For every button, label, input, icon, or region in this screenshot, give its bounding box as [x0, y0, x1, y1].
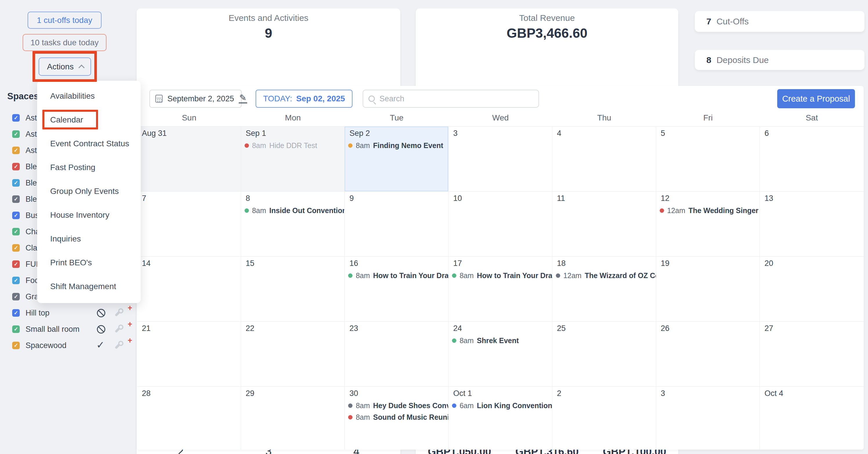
calendar-day-cell[interactable]: 1812amThe Wizzard of OZ Conv: [552, 256, 656, 322]
calendar-day-cell[interactable]: 7: [137, 191, 241, 256]
date-label: 19: [656, 259, 760, 270]
calendar-day-cell[interactable]: 27: [760, 322, 864, 387]
wrench-icon[interactable]: [115, 309, 122, 316]
event-time: 8am: [460, 271, 474, 280]
add-icon[interactable]: +: [128, 320, 132, 329]
calendar-day-cell[interactable]: 4: [552, 127, 656, 191]
menu-item-group-only-events[interactable]: Group Only Events: [37, 179, 141, 203]
date-label: 24: [448, 323, 552, 335]
menu-item-house-inventory[interactable]: House Inventory: [37, 203, 141, 227]
calendar-day-cell[interactable]: 5: [656, 127, 760, 191]
calendar-event[interactable]: 8amHide DDR Test: [241, 140, 345, 151]
calendar-event[interactable]: 8amHey Dude Shoes Convent: [345, 400, 448, 411]
calendar-day-cell[interactable]: 88amInside Out Convention: [241, 191, 345, 256]
date-label: 14: [137, 259, 241, 270]
calendar-day-cell[interactable]: Aug 31: [137, 127, 241, 191]
calendar-day-cell[interactable]: 168amHow to Train Your Drago: [345, 256, 448, 322]
create-proposal-button[interactable]: Create a Proposal: [777, 89, 855, 108]
search-input[interactable]: [379, 94, 533, 103]
space-checkbox[interactable]: ✓: [12, 130, 20, 138]
calendar-event[interactable]: 8amShrek Event: [448, 335, 552, 346]
event-title: Hey Dude Shoes Convent: [373, 401, 448, 410]
event-time: 8am: [252, 141, 266, 150]
space-checkbox[interactable]: ✓: [12, 293, 20, 300]
space-checkbox[interactable]: ✓: [12, 179, 20, 187]
date-label: Aug 31: [137, 128, 241, 140]
calendar-day-cell[interactable]: 3: [448, 127, 552, 191]
calendar-day-cell[interactable]: 28: [137, 387, 241, 450]
calendar-day-cell[interactable]: 2: [552, 387, 656, 450]
calendar-event[interactable]: 6amLion King Convention: [448, 400, 552, 411]
space-checkbox[interactable]: ✓: [12, 212, 20, 219]
menu-item-event-contract-status[interactable]: Event Contract Status: [37, 132, 141, 156]
calendar-day-cell[interactable]: Sep 18amHide DDR Test: [241, 127, 345, 191]
deposits-due-summary-card[interactable]: 8 Deposits Due: [695, 50, 865, 70]
calendar-event[interactable]: 8amFinding Nemo Event: [345, 140, 448, 151]
calendar-day-cell[interactable]: 308amHey Dude Shoes Convent8amSound of M…: [345, 387, 448, 450]
space-checkbox[interactable]: ✓: [12, 147, 20, 154]
calendar-day-cell[interactable]: 9: [345, 191, 448, 256]
calendar-event[interactable]: 8amInside Out Convention: [241, 205, 345, 216]
cutoffs-summary-card[interactable]: 7 Cut-Offs: [695, 11, 865, 32]
calendar-event[interactable]: 8amHow to Train Your Drago: [345, 270, 448, 281]
add-icon[interactable]: +: [128, 336, 132, 345]
calendar-day-cell[interactable]: 6: [760, 127, 864, 191]
calendar-event[interactable]: 8amHow to Train Your Drago: [448, 270, 552, 281]
space-checkbox[interactable]: ✓: [12, 277, 20, 284]
menu-item-fast-posting[interactable]: Fast Posting: [37, 156, 141, 179]
calendar-day-cell[interactable]: 19: [656, 256, 760, 322]
calendar-day-cell[interactable]: 248amShrek Event: [448, 322, 552, 387]
calendar-day-cell[interactable]: 25: [552, 322, 656, 387]
space-checkbox[interactable]: ✓: [12, 325, 20, 333]
calendar-day-cell[interactable]: 21: [137, 322, 241, 387]
calendar-day-cell[interactable]: Sep 28amFinding Nemo Event: [345, 127, 448, 191]
cutoffs-today-button[interactable]: 1 cut-offs today: [28, 11, 101, 29]
calendar-day-cell[interactable]: 1212amThe Wedding Singer: [656, 191, 760, 256]
menu-item-calendar[interactable]: Calendar: [37, 108, 141, 132]
space-checkbox[interactable]: ✓: [12, 195, 20, 203]
tasks-due-today-button[interactable]: 10 tasks due today: [23, 34, 106, 51]
calendar-day-cell[interactable]: 15: [241, 256, 345, 322]
space-checkbox[interactable]: ✓: [12, 261, 20, 268]
menu-item-shift-management[interactable]: Shift Management: [37, 275, 141, 298]
wrench-icon[interactable]: [115, 325, 122, 333]
space-checkbox[interactable]: ✓: [12, 114, 20, 122]
calendar-day-cell[interactable]: 11: [552, 191, 656, 256]
calendar-day-cell[interactable]: 178amHow to Train Your Drago: [448, 256, 552, 322]
calendar-day-cell[interactable]: 20: [760, 256, 864, 322]
menu-item-inquiries[interactable]: Inquiries: [37, 227, 141, 251]
add-icon[interactable]: +: [128, 304, 132, 313]
event-status-dot: [348, 273, 352, 278]
calendar-day-cell[interactable]: 10: [448, 191, 552, 256]
calendar-event[interactable]: 12amThe Wedding Singer: [656, 205, 760, 216]
revenue-card-total: GBP3,466.60: [506, 25, 587, 41]
calendar-day-cell[interactable]: 14: [137, 256, 241, 322]
space-checkbox[interactable]: ✓: [12, 163, 20, 171]
calendar-event[interactable]: 12amThe Wizzard of OZ Conv: [552, 270, 656, 281]
calendar-day-cell[interactable]: 29: [241, 387, 345, 450]
date-label: Oct 4: [760, 388, 864, 400]
calendar-event[interactable]: 8amSound of Music Reunion: [345, 411, 448, 423]
day-header-mon: Mon: [241, 113, 345, 126]
space-checkbox[interactable]: ✓: [12, 244, 20, 252]
calendar-day-cell[interactable]: 23: [345, 322, 448, 387]
space-row-hill-top: ✓Hill top+: [12, 305, 137, 321]
space-checkbox[interactable]: ✓: [12, 309, 20, 317]
actions-menu: AvailabilitiesCalendarEvent Contract Sta…: [37, 81, 141, 303]
calendar-day-cell[interactable]: 3: [656, 387, 760, 450]
space-checkbox[interactable]: ✓: [12, 228, 20, 235]
edit-date-icon[interactable]: ✎: [239, 93, 247, 103]
menu-item-print-beo-s[interactable]: Print BEO's: [37, 251, 141, 275]
date-picker-button[interactable]: September 2, 2025 ✎: [149, 90, 242, 108]
calendar-day-cell[interactable]: 22: [241, 322, 345, 387]
calendar-day-cell[interactable]: 26: [656, 322, 760, 387]
calendar-day-cell[interactable]: 13: [760, 191, 864, 256]
today-button[interactable]: TODAY: Sep 02, 2025: [256, 90, 352, 108]
date-label: 28: [137, 388, 241, 400]
search-box: [363, 90, 539, 108]
space-checkbox[interactable]: ✓: [12, 342, 20, 349]
calendar-day-cell[interactable]: Oct 16amLion King Convention: [448, 387, 552, 450]
wrench-icon[interactable]: [115, 342, 122, 349]
calendar-day-cell[interactable]: Oct 4: [760, 387, 864, 450]
menu-item-availabilities[interactable]: Availabilities: [37, 84, 141, 108]
